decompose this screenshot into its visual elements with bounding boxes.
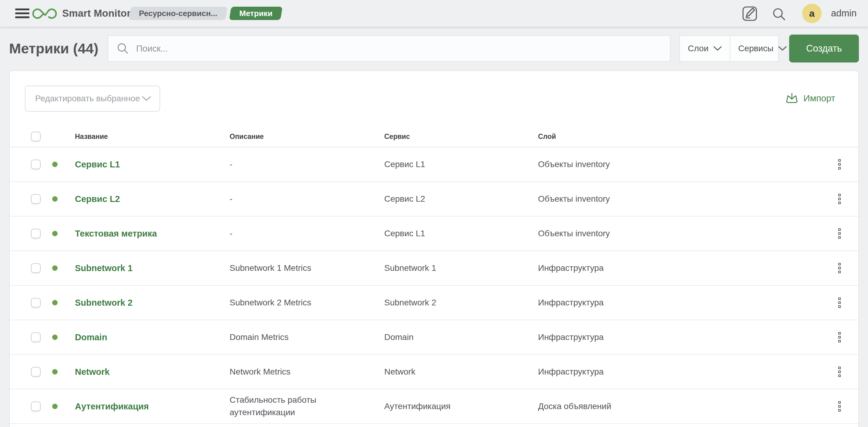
status-dot-icon	[52, 265, 58, 271]
row-actions-kebab-icon[interactable]	[836, 261, 842, 275]
create-button[interactable]: Создать	[789, 35, 859, 62]
metric-name-link[interactable]: Сервис L2	[75, 194, 229, 204]
row-actions-kebab-icon[interactable]	[836, 157, 842, 171]
metric-description: -	[229, 158, 334, 171]
status-dot-icon	[52, 404, 58, 409]
table-row: Domain Domain Metrics Domain Инфраструкт…	[10, 320, 858, 355]
breadcrumb: Ресурсно-сервисн... Метрики	[130, 7, 281, 20]
metric-layer: Инфраструктура	[538, 297, 824, 309]
table-row: Сервис L1 - Сервис L1 Объекты inventory	[10, 147, 858, 182]
row-actions-kebab-icon[interactable]	[836, 365, 842, 379]
row-actions-kebab-icon[interactable]	[836, 296, 842, 310]
column-header-layer: Слой	[538, 132, 824, 141]
app-title: Smart Monitor	[62, 0, 131, 27]
metric-service: Domain	[384, 331, 538, 344]
metric-name-link[interactable]: Subnetwork 1	[75, 263, 229, 273]
metric-service: Network	[384, 366, 538, 378]
search-input-icon	[117, 42, 129, 55]
status-dot-icon	[52, 162, 58, 167]
metric-layer: Инфраструктура	[538, 331, 824, 344]
row-checkbox[interactable]	[31, 194, 41, 204]
metric-service: Subnetwork 2	[384, 297, 538, 309]
metric-description: Subnetwork 1 Metrics	[229, 262, 334, 274]
row-actions-kebab-icon[interactable]	[836, 399, 842, 414]
bulk-edit-select[interactable]: Редактировать выбранное	[25, 86, 160, 112]
status-dot-icon	[52, 196, 58, 202]
chevron-down-icon	[142, 96, 151, 101]
metrics-panel: Редактировать выбранное Импорт Название …	[9, 70, 859, 427]
filter-layers[interactable]: Слои	[680, 36, 730, 61]
toolbar: Метрики (44) Слои Сервисы Создать	[0, 27, 868, 70]
metric-layer: Инфраструктура	[538, 262, 824, 274]
menu-icon[interactable]	[15, 8, 29, 18]
metric-name-link[interactable]: Domain	[75, 332, 229, 342]
metric-description: Network Metrics	[229, 366, 334, 378]
filter-services[interactable]: Сервисы	[730, 36, 795, 61]
metric-layer: Доска объявлений	[538, 400, 824, 413]
top-bar: Smart Monitor Ресурсно-сервисн... Метрик…	[0, 0, 868, 27]
metric-description: -	[229, 193, 334, 205]
status-dot-icon	[52, 335, 58, 340]
metric-name-link[interactable]: Subnetwork 2	[75, 298, 229, 308]
metric-service: Subnetwork 1	[384, 262, 538, 274]
row-checkbox[interactable]	[31, 263, 41, 273]
column-header-name: Название	[75, 132, 229, 141]
search-input[interactable]	[129, 36, 670, 61]
row-actions-kebab-icon[interactable]	[836, 226, 842, 241]
metric-name-link[interactable]: Сервис L1	[75, 159, 229, 170]
table-row: Текстовая метрика - Сервис L1 Объекты in…	[10, 216, 858, 251]
tab-metrics[interactable]: Метрики	[229, 7, 282, 20]
table-header-row: Название Описание Сервис Слой	[10, 126, 858, 147]
filter-group: Слои Сервисы	[679, 35, 779, 62]
status-dot-icon	[52, 300, 58, 305]
row-checkbox[interactable]	[31, 228, 41, 238]
tab-resource-service-model[interactable]: Ресурсно-сервисн...	[129, 7, 228, 20]
metric-description: Subnetwork 2 Metrics	[229, 297, 334, 309]
metric-layer: Инфраструктура	[538, 366, 824, 378]
metric-description: -	[229, 227, 334, 240]
metric-name-link[interactable]: Аутентификация	[75, 401, 229, 411]
search-icon[interactable]	[772, 7, 786, 23]
status-dot-icon	[52, 369, 58, 374]
table-row: Аутентификация Стабильность работы аутен…	[10, 389, 858, 424]
metric-description: Стабильность работы аутентификации	[229, 394, 334, 419]
table-row: Subnetwork 1 Subnetwork 1 Metrics Subnet…	[10, 251, 858, 286]
metric-name-link[interactable]: Network	[75, 367, 229, 377]
page-title: Метрики (44)	[9, 27, 98, 70]
row-checkbox[interactable]	[31, 159, 41, 169]
metric-layer: Объекты inventory	[538, 227, 824, 240]
table-row: Network Network Metrics Network Инфрастр…	[10, 355, 858, 389]
import-button[interactable]: Импорт	[785, 92, 835, 105]
chevron-down-icon	[778, 46, 787, 51]
table-body: Сервис L1 - Сервис L1 Объекты inventory …	[10, 147, 858, 424]
import-icon	[785, 92, 799, 105]
avatar[interactable]: a	[802, 4, 822, 23]
select-all-checkbox[interactable]	[31, 132, 41, 141]
row-actions-kebab-icon[interactable]	[836, 192, 842, 206]
metric-layer: Объекты inventory	[538, 193, 824, 205]
smart-monitor-logo-icon	[31, 7, 58, 21]
chevron-down-icon	[713, 46, 722, 51]
row-checkbox[interactable]	[31, 298, 41, 307]
status-dot-icon	[52, 231, 58, 236]
row-checkbox[interactable]	[31, 401, 41, 411]
search-box	[108, 35, 671, 62]
metric-description: Domain Metrics	[229, 331, 334, 344]
metric-name-link[interactable]: Текстовая метрика	[75, 228, 229, 239]
metric-service: Сервис L1	[384, 227, 538, 240]
column-header-service: Сервис	[384, 132, 538, 141]
metric-service: Сервис L1	[384, 158, 538, 171]
metric-service: Сервис L2	[384, 193, 538, 205]
table-row: Subnetwork 2 Subnetwork 2 Metrics Subnet…	[10, 286, 858, 320]
table-row: Сервис L2 - Сервис L2 Объекты inventory	[10, 182, 858, 216]
username[interactable]: admin	[831, 0, 857, 27]
row-actions-kebab-icon[interactable]	[836, 330, 842, 344]
column-header-description: Описание	[229, 132, 384, 141]
metrics-table: Название Описание Сервис Слой Сервис L1 …	[10, 126, 858, 424]
metric-layer: Объекты inventory	[538, 158, 824, 171]
row-checkbox[interactable]	[31, 332, 41, 342]
compose-icon[interactable]	[742, 5, 758, 23]
metric-service: Аутентификация	[384, 400, 538, 413]
row-checkbox[interactable]	[31, 367, 41, 377]
